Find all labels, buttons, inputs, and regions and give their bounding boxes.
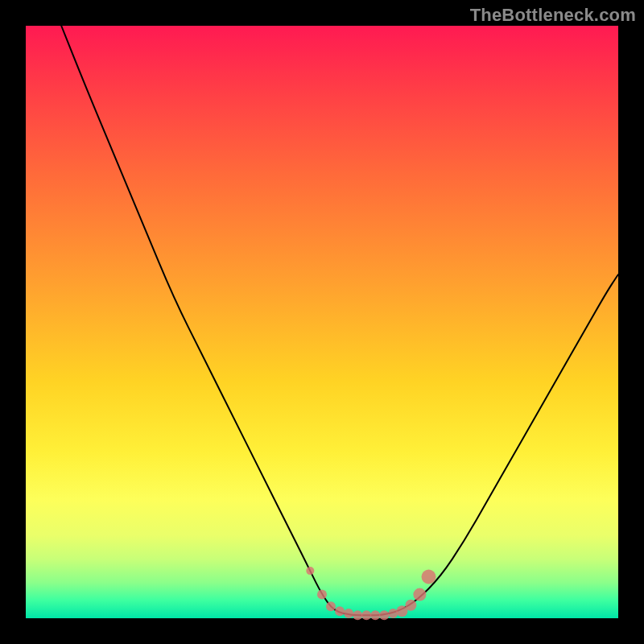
highlight-bead [422, 570, 436, 584]
chart-overlay [26, 26, 618, 618]
highlight-bead [326, 601, 336, 611]
highlight-bead [413, 588, 426, 601]
marker-group [306, 567, 436, 620]
highlight-bead [388, 609, 398, 618]
highlight-bead [379, 610, 389, 620]
highlight-bead [361, 610, 371, 620]
highlight-bead [335, 606, 345, 616]
bottleneck-curve [61, 26, 618, 615]
plot-area [26, 26, 618, 618]
chart-frame: TheBottleneck.com [0, 0, 644, 644]
highlight-bead [405, 600, 416, 611]
highlight-bead [353, 610, 362, 620]
highlight-bead [306, 567, 314, 575]
highlight-bead [317, 590, 327, 600]
highlight-bead [344, 609, 353, 618]
watermark-text: TheBottleneck.com [470, 5, 636, 26]
highlight-bead [370, 610, 380, 620]
